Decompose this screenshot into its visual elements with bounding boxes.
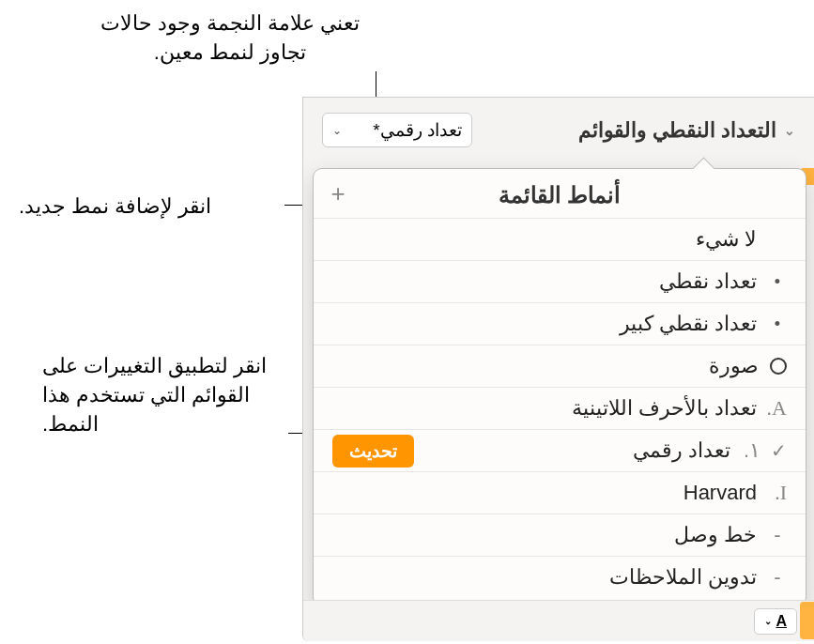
list-item[interactable]: لا شيء — [314, 218, 806, 260]
style-label: خط وصل — [674, 523, 757, 547]
style-list: لا شيء • تعداد نقطي • تعداد نقطي كبير صو… — [314, 218, 806, 606]
list-item[interactable]: صورة — [314, 345, 806, 387]
section-title[interactable]: ⌄ التعداد النقطي والقوائم — [578, 118, 795, 143]
list-styles-popover: + أنماط القائمة لا شيء • تعداد نقطي • تع… — [313, 168, 806, 606]
popover-title: أنماط القائمة — [330, 182, 789, 208]
letter-marker: A. — [768, 396, 787, 421]
inspector-panel: ⌄ التعداد النقطي والقوائم تعداد رقمي* ⌄ … — [302, 97, 814, 641]
image-bullet-icon — [770, 358, 787, 375]
callout-update: انقر لتطبيق التغييرات على القوائم التي ت… — [42, 352, 286, 438]
list-item-selected[interactable]: ✓ ١. تعداد رقمي تحديث — [314, 429, 806, 471]
roman-marker: I. — [768, 481, 787, 505]
chevron-down-icon: ⌄ — [764, 616, 772, 626]
section-title-text: التعداد النقطي والقوائم — [578, 118, 776, 143]
callout-asterisk: تعني علامة النجمة وجود حالات تجاوز لنمط … — [84, 9, 376, 68]
list-item[interactable]: • تعداد نقطي كبير — [314, 302, 806, 345]
dash-marker: - — [768, 565, 787, 590]
style-label: تعداد نقطي — [659, 269, 757, 294]
chevron-down-icon: ⌄ — [784, 123, 795, 138]
bottom-toolbar: A ⌄ — [303, 600, 814, 641]
style-label: تعداد رقمي — [633, 438, 730, 463]
dash-marker: - — [768, 523, 787, 547]
style-label: تدوين الملاحظات — [609, 565, 757, 590]
list-item[interactable]: - تدوين الملاحظات — [314, 556, 806, 598]
dropdown-label: تعداد رقمي* — [373, 119, 462, 141]
orange-overflow-indicator — [800, 602, 814, 639]
style-label: Harvard — [683, 481, 757, 505]
list-item[interactable]: • تعداد نقطي — [314, 260, 806, 302]
bullet-icon: • — [768, 314, 787, 334]
checkmark-icon: ✓ — [768, 439, 787, 462]
style-label: تعداد نقطي كبير — [620, 312, 757, 336]
chevron-down-icon: ⌄ — [332, 124, 342, 137]
style-label: لا شيء — [696, 227, 757, 252]
list-item[interactable]: A. تعداد بالأحرف اللاتينية — [314, 387, 806, 429]
style-label: تعداد بالأحرف اللاتينية — [572, 396, 757, 421]
font-icon: A — [776, 613, 787, 630]
number-marker: ١. — [742, 438, 760, 463]
callout-add: انقر لإضافة نمط جديد. — [19, 192, 282, 222]
section-header: ⌄ التعداد النقطي والقوائم تعداد رقمي* ⌄ — [303, 98, 814, 159]
update-button[interactable]: تحديث — [332, 435, 414, 468]
list-item[interactable]: - خط وصل — [314, 514, 806, 556]
popover-header: + أنماط القائمة — [314, 169, 806, 218]
add-style-button[interactable]: + — [325, 180, 351, 207]
list-style-dropdown[interactable]: تعداد رقمي* ⌄ — [322, 113, 472, 147]
bullet-icon: • — [768, 272, 787, 292]
style-label: صورة — [709, 354, 759, 378]
plus-icon: + — [330, 179, 345, 208]
list-item[interactable]: I. Harvard — [314, 471, 806, 514]
font-button[interactable]: A ⌄ — [754, 608, 797, 635]
